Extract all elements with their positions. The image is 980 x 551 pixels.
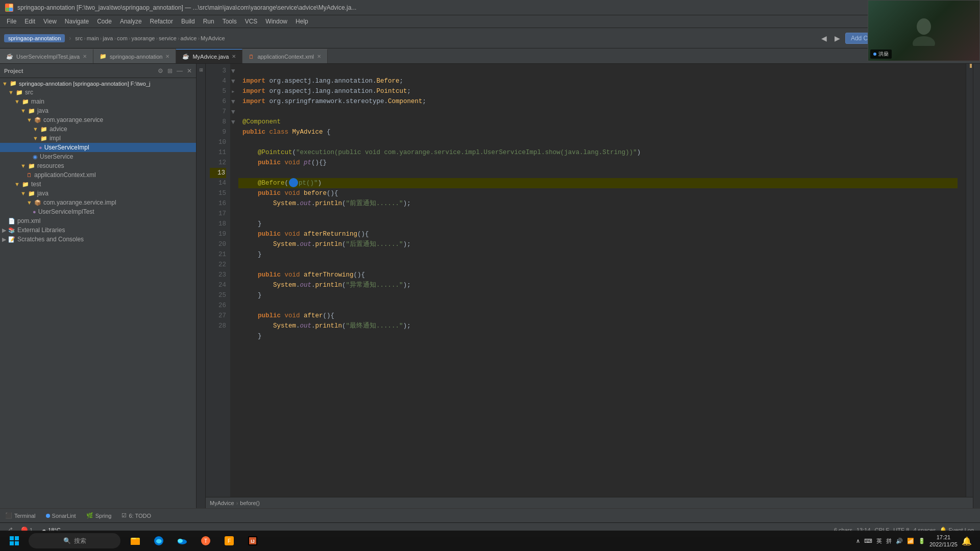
sidebar-close-icon[interactable]: ✕ — [187, 67, 192, 74]
menu-item-build[interactable]: Build — [177, 17, 199, 26]
systray-battery[interactable]: 🔋 — [918, 538, 925, 544]
tree-item-java[interactable]: ▼ 📁 java — [0, 106, 196, 115]
sidebar-expand-icon[interactable]: ⊞ — [167, 67, 173, 74]
svg-rect-2 — [6, 8, 9, 11]
taskbar-explorer[interactable] — [125, 531, 146, 550]
taskbar-onedrive[interactable] — [172, 531, 193, 550]
sidebar-header: Project ⚙ ⊞ — ✕ — [0, 64, 196, 78]
menu-item-analyze[interactable]: Analyze — [116, 17, 146, 26]
forward-button[interactable]: ▶ — [832, 33, 843, 44]
right-panel — [973, 64, 980, 508]
back-button[interactable]: ◀ — [819, 33, 830, 44]
search-taskbar-button[interactable]: 🔍 搜索 — [29, 533, 120, 548]
systray-keyboard[interactable]: ⌨ — [864, 538, 872, 544]
tree-item-main[interactable]: ▼ 📁 main — [0, 97, 196, 106]
start-button[interactable] — [4, 531, 24, 550]
tree-item-pom[interactable]: 📄 pom.xml — [0, 216, 196, 226]
bc-com[interactable]: com — [117, 35, 128, 41]
app-icon — [5, 4, 13, 12]
menu-item-code[interactable]: Code — [93, 17, 116, 26]
tree-item-userserviceimpltest[interactable]: ● UserServiceImplTest — [0, 207, 196, 216]
taskbar-unknown1[interactable]: T — [195, 531, 216, 550]
tab-applicationcontext[interactable]: 🗒 applicationContext.xml ✕ — [242, 49, 328, 63]
spring-icon: 🌿 — [86, 512, 93, 519]
bc-advice[interactable]: advice — [181, 35, 197, 41]
tree-item-userserviceimpl[interactable]: ● UserServiceImpl — [0, 143, 196, 152]
menu-item-vcs[interactable]: VCS — [241, 17, 262, 26]
tab-close-myadvice[interactable]: ✕ — [232, 54, 236, 59]
window-title: springaop-annotation [F:\two_java\two\sp… — [17, 4, 904, 11]
tree-item-appcontext-xml[interactable]: 🗒 applicationContext.xml — [0, 170, 196, 180]
tab-myadvice[interactable]: ☕ MyAdvice.java ✕ — [176, 49, 242, 63]
tree-item-src[interactable]: ▼ 📁 src — [0, 88, 196, 97]
bc-src[interactable]: src — [75, 35, 83, 41]
menu-item-edit[interactable]: Edit — [20, 17, 39, 26]
tree-item-scratches[interactable]: ▶ 📝 Scratches and Consoles — [0, 235, 196, 244]
tree-item-advice[interactable]: ▼ 📁 advice — [0, 124, 196, 134]
taskbar-clock[interactable]: 17:21 2022/11/25 — [929, 534, 958, 548]
menu-item-file[interactable]: File — [3, 17, 20, 26]
sidebar-tree: ▼ 📁 springaop-annotation [springaop-anno… — [0, 78, 196, 508]
tree-item-test-package[interactable]: ▼ 📦 com.yaorange.service.impl — [0, 198, 196, 207]
tree-item-external-libraries[interactable]: ▶ 📚 External Libraries — [0, 226, 196, 235]
spring-tab[interactable]: 🌿 Spring — [84, 511, 114, 520]
menu-item-navigate[interactable]: Navigate — [61, 17, 93, 26]
tab-close-appcontext[interactable]: ✕ — [317, 54, 321, 59]
tree-item-package[interactable]: ▼ 📦 com.yaorange.service — [0, 115, 196, 124]
breadcrumb-before[interactable]: before() — [240, 500, 260, 506]
sonar-dot — [46, 514, 50, 518]
video-overlay: 洪燊 — [868, 0, 980, 61]
tab-userserviceimpltest[interactable]: ☕ UserServiceImplTest.java ✕ — [0, 49, 93, 63]
bc-yaorange[interactable]: yaorange — [132, 35, 155, 41]
svg-text:F: F — [228, 538, 231, 544]
project-sidebar: Project ⚙ ⊞ — ✕ ▼ 📁 springaop-annotation… — [0, 64, 197, 508]
right-gutter — [966, 64, 973, 497]
tree-item-test[interactable]: ▼ 📁 test — [0, 180, 196, 189]
menu-item-tools[interactable]: Tools — [218, 17, 241, 26]
java-file-icon2: ☕ — [182, 53, 189, 60]
systray-sound[interactable]: 🔊 — [896, 538, 903, 544]
taskbar-intellij[interactable]: IJ — [242, 531, 263, 550]
tree-item-project-root[interactable]: ▼ 📁 springaop-annotation [springaop-anno… — [0, 79, 196, 88]
bc-service[interactable]: service — [159, 35, 177, 41]
editor-content[interactable]: 3 4 5 6 7 8 9 10 11 12 13 14 15 16 17 18 — [206, 64, 973, 497]
menu-item-window[interactable]: Window — [261, 17, 291, 26]
terminal-tab[interactable]: ⬛ Terminal — [3, 511, 38, 520]
systray-expand[interactable]: ∧ — [856, 538, 860, 544]
bc-myadvice[interactable]: MyAdvice — [201, 35, 225, 41]
tree-item-test-java[interactable]: ▼ 📁 java — [0, 189, 196, 198]
sonarlint-tab[interactable]: SonarLint — [44, 512, 78, 520]
tree-item-userservice[interactable]: ◉ UserService — [0, 152, 196, 161]
menu-item-run[interactable]: Run — [199, 17, 218, 26]
breadcrumb-myadvice[interactable]: MyAdvice — [210, 500, 234, 506]
tree-item-resources[interactable]: ▼ 📁 resources — [0, 161, 196, 170]
bc-main[interactable]: main — [87, 35, 99, 41]
systray-lang[interactable]: 英 — [876, 537, 882, 545]
tab-close-springaop[interactable]: ✕ — [165, 54, 169, 59]
bc-java[interactable]: java — [103, 35, 113, 41]
tab-springaop-annotation[interactable]: 📁 springaop-annotation ✕ — [93, 49, 176, 63]
code-editor[interactable]: import org.aspectj.lang.annotation.Befor… — [238, 64, 966, 497]
terminal-icon: ⬛ — [5, 512, 12, 519]
tab-close-userserviceimpltest[interactable]: ✕ — [83, 54, 87, 59]
systray-pinyin[interactable]: 拼 — [886, 537, 892, 545]
taskbar-edge[interactable] — [148, 531, 169, 550]
menu-item-help[interactable]: Help — [291, 17, 312, 26]
todo-tab[interactable]: ☑ 6: TODO — [119, 511, 153, 520]
menu-item-refactor[interactable]: Refactor — [146, 17, 177, 26]
line-numbers: 3 4 5 6 7 8 9 10 11 12 13 14 15 16 17 18 — [206, 64, 230, 497]
taskbar-unknown2[interactable]: F — [218, 531, 240, 550]
tree-item-impl[interactable]: ▼ 📁 impl — [0, 134, 196, 143]
svg-rect-9 — [15, 541, 19, 545]
systray-network[interactable]: 📶 — [907, 538, 914, 544]
sidebar-cog-icon[interactable]: ⚙ — [158, 67, 163, 74]
svg-rect-6 — [10, 536, 14, 540]
todo-icon: ☑ — [121, 512, 127, 519]
systray-notification-area[interactable]: 🔔 — [962, 536, 972, 546]
sidebar-collapse-icon[interactable]: — — [177, 67, 183, 74]
project-badge[interactable]: springaop-annotation — [4, 34, 65, 42]
systray: ∧ ⌨ 英 拼 🔊 📶 🔋 17:21 2022/11/25 🔔 — [852, 534, 976, 548]
menu-item-view[interactable]: View — [39, 17, 61, 26]
windows-taskbar: 🔍 搜索 T F IJ ∧ ⌨ 英 拼 🔊 📶 — [0, 531, 980, 551]
editor-area[interactable]: 3 4 5 6 7 8 9 10 11 12 13 14 15 16 17 18 — [206, 64, 973, 508]
